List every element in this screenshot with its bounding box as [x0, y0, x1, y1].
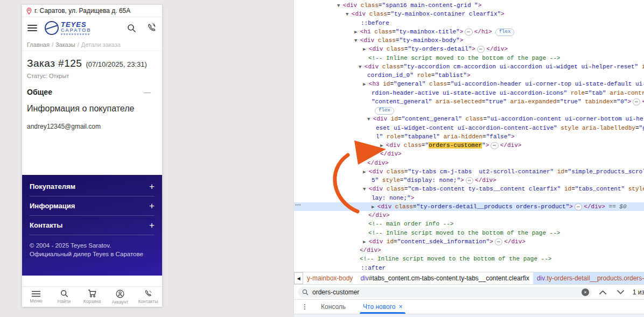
- order-date: (07/10/2025, 23:31): [86, 60, 146, 68]
- accordion-general-header[interactable]: Общее —: [22, 79, 162, 96]
- dom-tree-node[interactable]: ▼ <div class="cm-tabs-content ty-tabs__c…: [294, 185, 644, 193]
- dom-tree-node[interactable]: ▼ <div class="ty-accordion cm-accordion …: [294, 62, 644, 71]
- customer-email: andrey12345@gmail.com: [22, 114, 162, 130]
- expand-plus-icon[interactable]: +: [149, 220, 155, 231]
- phone-call-icon[interactable]: [147, 23, 157, 33]
- dom-tree-node[interactable]: </div>: [294, 211, 644, 220]
- crumb-mainbox-body[interactable]: y-mainbox-body: [303, 272, 356, 284]
- next-match-icon[interactable]: [617, 290, 624, 294]
- order-status: Статус: Открыт: [27, 73, 157, 79]
- collapse-minus-icon[interactable]: —: [144, 88, 157, 96]
- dom-tree-node[interactable]: "content_general" aria-selected="true" a…: [294, 97, 644, 106]
- search-input[interactable]: orders-customer ×: [298, 287, 592, 298]
- expand-inline-icon[interactable]: …: [495, 238, 502, 245]
- devtools-elements-panel: ▼ <div class="span16 main-content-grid "…: [293, 0, 644, 317]
- store-address-bar: г. Саратов, ул. Радищева д. 65А: [22, 5, 162, 17]
- nav-contacts-button[interactable]: Контакты: [134, 287, 162, 307]
- site-header: TEYES САРАТОВ: [22, 17, 162, 39]
- account-icon: [116, 290, 124, 298]
- location-pin-icon: [26, 8, 32, 15]
- dom-tree-node[interactable]: </div>: [294, 246, 644, 255]
- mobile-site-panel: г. Саратов, ул. Радищева д. 65А TEYES СА…: [22, 5, 162, 307]
- dom-tree-node[interactable]: ▶ <div class="ty-tabs cm-j-tabs ut2-scro…: [294, 167, 644, 176]
- footer-link-buyers[interactable]: Покупателям +: [30, 177, 155, 196]
- selected-node-gutter-dots[interactable]: ⋯: [295, 201, 302, 208]
- dom-tree: ▼ <div class="span16 main-content-grid "…: [294, 0, 644, 272]
- expand-plus-icon[interactable]: +: [149, 181, 155, 192]
- copyright-text: © 2004 - 2025 Teyes Saratov. Официальный…: [30, 235, 155, 258]
- dom-tree-node[interactable]: </div>: [294, 159, 644, 167]
- breadcrumb: Главная / Заказы / Детали заказа: [22, 39, 162, 51]
- footer-link-contacts[interactable]: Контакты +: [30, 216, 155, 235]
- search-icon: [60, 290, 68, 298]
- dom-tree-node[interactable]: ▼ <div id="content_general" class="ui-ac…: [294, 115, 644, 123]
- dom-tree-node[interactable]: lay: none;">: [294, 194, 644, 202]
- search-icon[interactable]: [127, 24, 136, 33]
- nav-search-button[interactable]: Найти: [50, 287, 78, 307]
- search-query[interactable]: orders-customer: [312, 288, 582, 296]
- dom-tree-node[interactable]: cordion_id_0" role="tablist">: [294, 71, 644, 80]
- dom-tree-node[interactable]: ▼ <div class="ty-mainbox-container clear…: [294, 10, 644, 18]
- breadcrumb-home[interactable]: Главная: [27, 41, 50, 48]
- dom-tree-node[interactable]: 5" style="display: none;">…</div>: [294, 176, 644, 185]
- dom-tree-node[interactable]: <!-- Inline script moved to the bottom o…: [294, 54, 644, 62]
- footer-link-information[interactable]: Информация +: [30, 196, 155, 216]
- cart-icon: [88, 290, 96, 298]
- expand-inline-icon[interactable]: …: [575, 203, 582, 210]
- tab-whats-new[interactable]: Что нового ×: [358, 300, 408, 314]
- menu-icon: [31, 291, 41, 297]
- customer-info-heading: Информация о покупателе: [22, 96, 162, 114]
- dom-tree-node[interactable]: <!-- Inline script moved to the bottom o…: [294, 255, 644, 263]
- previous-match-icon[interactable]: [599, 290, 606, 294]
- dom-tree-node[interactable]: ▶ <div class="ty-orders-detail">…</div>: [294, 45, 644, 53]
- logo-tagline-stripe: [61, 33, 90, 35]
- match-count: 1 из: [633, 288, 644, 296]
- flex-badge[interactable]: flex: [375, 107, 394, 115]
- dom-tree-node[interactable]: ▶ <h3 id="general" class="ui-accordion-h…: [294, 80, 644, 88]
- dom-tree-node[interactable]: eset ui-widget-content ui-accordion-cont…: [294, 124, 644, 132]
- nav-account-button[interactable]: Аккаунт: [106, 287, 134, 307]
- breadcrumb-scroll-left-button[interactable]: ◀: [294, 272, 303, 284]
- dom-tree-node[interactable]: rdion-header-active ui-state-active ui-a…: [294, 89, 644, 97]
- phone-icon: [144, 290, 152, 298]
- flex-badge[interactable]: flex: [495, 29, 515, 36]
- dom-tree-node[interactable]: ▶ <div class="orders-customer">…</div>: [294, 141, 644, 150]
- expand-inline-icon[interactable]: …: [465, 29, 472, 36]
- dom-breadcrumb-bar: ◀ y-mainbox-body div#tabs_content.cm-tab…: [294, 272, 644, 285]
- breadcrumb-orders[interactable]: Заказы: [55, 41, 75, 48]
- tab-console[interactable]: Консоль: [316, 300, 351, 314]
- logo-emblem-icon: [45, 21, 59, 35]
- expand-inline-icon[interactable]: …: [491, 142, 498, 149]
- nav-menu-button[interactable]: Меню: [22, 287, 50, 307]
- breadcrumb-order-details: Детали заказа: [81, 41, 121, 48]
- hamburger-menu-icon[interactable]: [27, 25, 37, 31]
- store-address: г. Саратов, ул. Радищева д. 65А: [34, 7, 130, 15]
- dom-tree-node-selected[interactable]: ▶ <div class="ty-orders-detail__products…: [294, 202, 644, 211]
- site-logo[interactable]: TEYES САРАТОВ: [45, 21, 92, 35]
- dom-search-bar: orders-customer × 1 из: [294, 285, 644, 300]
- expand-inline-icon[interactable]: …: [466, 177, 473, 184]
- dom-tree-node[interactable]: <!-- Inline script moved to the bottom o…: [294, 229, 644, 237]
- order-title: Заказ #125: [27, 58, 82, 69]
- dom-tree-node[interactable]: ▶ <h1 class="ty-mainbox-title">…</h1>fle…: [294, 27, 644, 36]
- devtools-drawer: ⋮ Консоль Что нового ×: [294, 300, 644, 317]
- drawer-content-area: [294, 314, 644, 317]
- dom-tree-node[interactable]: l" role="tabpanel" aria-hidden="false">: [294, 132, 644, 141]
- dom-tree-node[interactable]: ▶ <div id="content_sdek_information">…</…: [294, 237, 644, 246]
- dom-tree-node[interactable]: <!-- main order info -->: [294, 220, 644, 228]
- expand-inline-icon[interactable]: …: [633, 98, 640, 105]
- crumb-tabs-content[interactable]: div#tabs_content.cm-tabs-content.ty-tabs…: [356, 272, 533, 284]
- clear-search-button[interactable]: ×: [582, 288, 589, 296]
- dom-tree-node[interactable]: ▼ <div class="ty-mainbox-body">: [294, 36, 644, 45]
- dom-tree-node[interactable]: flex: [294, 106, 644, 115]
- dom-tree-node[interactable]: ::after: [294, 264, 644, 272]
- crumb-orders-detail-products[interactable]: div.ty-orders-detail__products.orders-pr…: [533, 272, 644, 284]
- expand-inline-icon[interactable]: …: [477, 46, 485, 53]
- close-tab-icon[interactable]: ×: [398, 303, 402, 311]
- expand-plus-icon[interactable]: +: [149, 201, 155, 212]
- dom-tree-node[interactable]: ▼ <div class="span16 main-content-grid "…: [294, 1, 644, 10]
- drawer-menu-icon[interactable]: ⋮: [300, 303, 309, 311]
- dom-tree-node[interactable]: </div>: [294, 150, 644, 158]
- dom-tree-node[interactable]: ::before: [294, 19, 644, 27]
- nav-cart-button[interactable]: Корзина: [78, 287, 106, 307]
